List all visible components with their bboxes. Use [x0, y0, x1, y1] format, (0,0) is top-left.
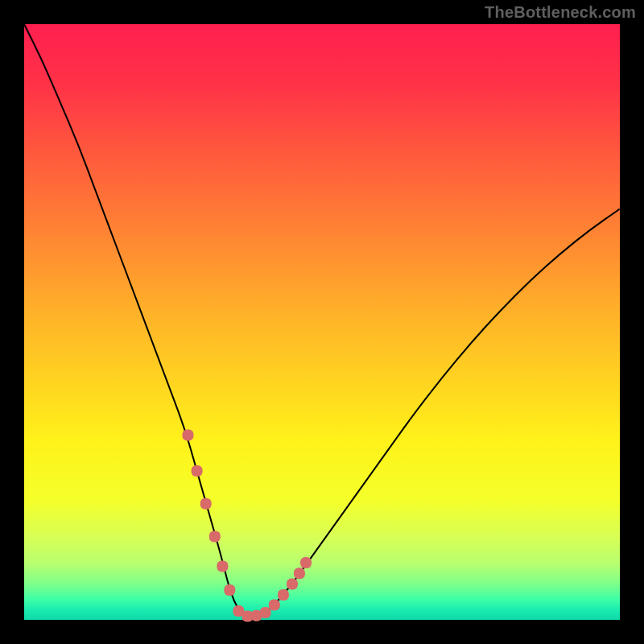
chart-stage: TheBottleneck.com — [0, 0, 644, 644]
chart-canvas — [0, 0, 644, 644]
marker-dot — [183, 430, 194, 441]
marker-dot — [260, 607, 271, 618]
gradient-panel — [24, 24, 620, 620]
marker-dot — [294, 568, 305, 579]
marker-dot — [209, 530, 221, 542]
marker-dot — [200, 498, 212, 510]
marker-dot — [278, 589, 289, 601]
marker-dot — [217, 560, 228, 572]
marker-dot — [300, 557, 312, 568]
marker-dot — [224, 584, 235, 596]
marker-dot — [192, 465, 203, 477]
marker-dot — [269, 600, 280, 611]
marker-dot — [287, 579, 298, 590]
watermark-text: TheBottleneck.com — [485, 3, 636, 22]
